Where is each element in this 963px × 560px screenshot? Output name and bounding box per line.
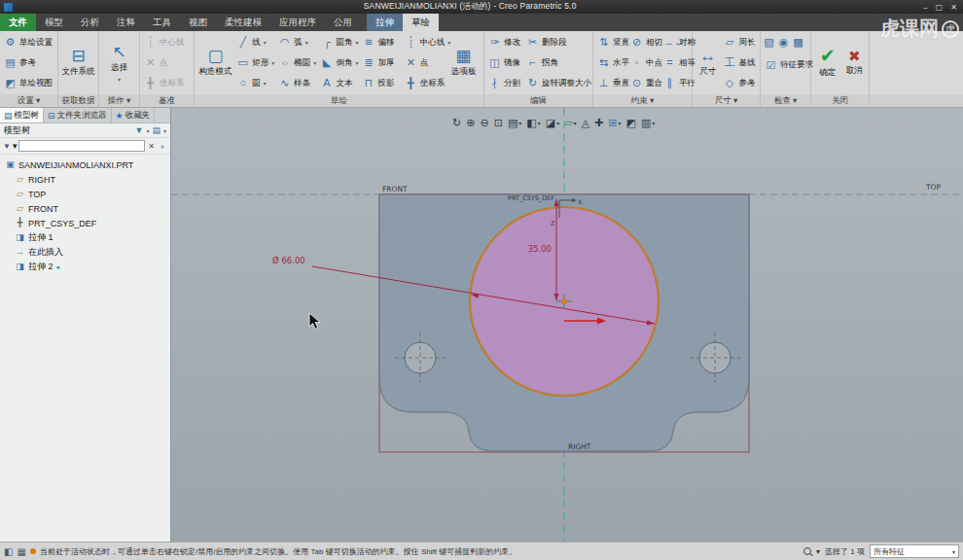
- tab-model-tree[interactable]: ▤模型树: [0, 108, 44, 122]
- add-filter-icon[interactable]: ＋: [158, 141, 167, 152]
- tab-favorites[interactable]: ★收藏夹: [112, 108, 156, 122]
- tab-extrude[interactable]: 拉伸: [367, 14, 403, 31]
- datum-display-icon[interactable]: ▱▾: [562, 115, 578, 130]
- group-label-operations[interactable]: 操作 ▾: [99, 94, 140, 107]
- sketch-view-button[interactable]: ◩草绘视图: [2, 73, 55, 93]
- group-label-constrain[interactable]: 约束 ▾: [593, 94, 693, 107]
- arc-button[interactable]: ◠弧▾: [276, 32, 318, 52]
- references-button[interactable]: ▤参考: [2, 52, 55, 73]
- baseline-button[interactable]: 工基线: [722, 52, 758, 73]
- rotate-resize-button[interactable]: ↻旋转调整大小: [524, 73, 590, 93]
- tree-filter-arrow[interactable]: ▾: [146, 127, 149, 134]
- tree-item-part[interactable]: ▣SANWEIJIANMOLIANXI.PRT: [0, 158, 170, 172]
- tab-applications[interactable]: 应用程序: [270, 14, 325, 31]
- point-button[interactable]: ✕点: [403, 52, 446, 73]
- circle-dropdown-arrow[interactable]: ▾: [264, 80, 267, 87]
- project-button[interactable]: ⊓投影: [361, 73, 403, 93]
- tangent-constraint-button[interactable]: ⊘相切: [628, 32, 661, 52]
- construction-mode-button[interactable]: ▢构造模式: [196, 32, 234, 93]
- tree-filter-icon[interactable]: ▼: [135, 125, 144, 135]
- midpoint-constraint-button[interactable]: ◦中点: [628, 52, 661, 73]
- palette-button[interactable]: ▦选项板: [446, 32, 482, 93]
- fillet-button[interactable]: ╭圆角▾: [318, 32, 360, 52]
- display-style-icon[interactable]: ◧▾: [524, 115, 542, 130]
- tree-columns-arrow[interactable]: ▾: [163, 127, 166, 134]
- sketch-orientation-icon[interactable]: ◩: [624, 115, 638, 130]
- dimension-button[interactable]: ↔尺寸: [695, 32, 722, 93]
- tab-tools[interactable]: 工具: [144, 14, 180, 31]
- tab-folder-browser[interactable]: ⊟文件夹浏览器: [44, 108, 112, 122]
- search-arrow[interactable]: ▾: [816, 547, 820, 556]
- delete-segment-button[interactable]: ✂删除段: [524, 32, 590, 52]
- selection-filter-dropdown[interactable]: 所有特征 ▾: [870, 544, 959, 558]
- perimeter-button[interactable]: ▱周长: [722, 32, 758, 52]
- annotation-display-icon[interactable]: ◬: [580, 115, 591, 130]
- offset-button[interactable]: ≋偏移: [361, 32, 403, 52]
- equal-constraint-button[interactable]: =相等: [661, 52, 695, 73]
- ellipse-button[interactable]: ○椭圆▾: [276, 52, 318, 73]
- minimize-button[interactable]: –: [923, 3, 927, 12]
- front-datum-label[interactable]: FRONT: [382, 185, 408, 193]
- tree-item-extrude-1[interactable]: ◨拉伸 1: [0, 230, 170, 245]
- clear-search-icon[interactable]: ✕: [147, 142, 156, 151]
- view-manager-icon[interactable]: ▥▾: [639, 115, 657, 130]
- fillet-dropdown-arrow[interactable]: ▾: [355, 39, 358, 46]
- ok-button[interactable]: ✔确定: [813, 32, 841, 93]
- line-dropdown-arrow[interactable]: ▾: [264, 39, 267, 46]
- tab-flexible-modeling[interactable]: 柔性建模: [216, 14, 270, 31]
- group-label-inspect[interactable]: 检查 ▾: [761, 94, 811, 107]
- tree-columns-icon[interactable]: ▤: [152, 125, 160, 135]
- tree-item-right-plane[interactable]: ▱RIGHT: [0, 172, 170, 187]
- modify-button[interactable]: ✑修改: [486, 32, 524, 52]
- thicken-button[interactable]: ≣加厚: [361, 52, 403, 73]
- height-dim-text[interactable]: 35.00: [528, 244, 552, 254]
- section-view-icon[interactable]: ◪▾: [544, 115, 561, 130]
- chamfer-button[interactable]: ◣倒角▾: [318, 52, 360, 73]
- zoom-out-icon[interactable]: ⊖: [478, 115, 490, 130]
- funnel-icon[interactable]: ▼: [3, 142, 11, 151]
- refit-icon[interactable]: ⊡: [492, 115, 505, 130]
- reference-dim-button[interactable]: ◇参考: [722, 73, 758, 93]
- spin-center-icon[interactable]: ✚: [592, 115, 605, 130]
- sketch-display-icon[interactable]: ⊞▾: [606, 115, 623, 130]
- tree-item-top-plane[interactable]: ▱TOP: [0, 187, 170, 201]
- rectangle-dropdown-arrow[interactable]: ▾: [271, 59, 274, 66]
- datum-point-button[interactable]: ✕点: [142, 52, 192, 73]
- file-system-button[interactable]: ⊟文件系统: [60, 32, 96, 93]
- csys-label[interactable]: PRT_CSYS_DEF: [508, 194, 554, 202]
- sketch-setup-button[interactable]: ⚙草绘设置: [2, 32, 55, 52]
- tree-item-insert-here[interactable]: →在此插入: [0, 245, 170, 260]
- vertical-constraint-button[interactable]: ⇅竖直: [595, 32, 628, 52]
- text-button[interactable]: A文本: [318, 73, 360, 93]
- search-magnifier-icon[interactable]: [803, 547, 811, 555]
- coordinate-system-button[interactable]: ╋坐标系: [403, 73, 446, 93]
- close-button[interactable]: ✕: [950, 3, 957, 12]
- sketcher-diagnostics-icon[interactable]: ◧: [4, 546, 13, 557]
- tab-sketch[interactable]: 草绘: [403, 14, 439, 31]
- corner-button[interactable]: ⌐拐角: [524, 52, 590, 73]
- funnel-arrow[interactable]: ▾: [13, 141, 18, 151]
- symmetric-constraint-button[interactable]: →←对称: [661, 32, 695, 52]
- horizontal-constraint-button[interactable]: ⇆水平: [595, 52, 628, 73]
- ellipse-dropdown-arrow[interactable]: ▾: [313, 59, 316, 66]
- tab-common[interactable]: 公用: [325, 14, 361, 31]
- group-label-dimension[interactable]: 尺寸 ▾: [693, 94, 761, 107]
- cancel-button[interactable]: ✖取消: [841, 32, 867, 93]
- shade-closed-loops-icon[interactable]: ▩: [792, 37, 804, 48]
- tree-search-input[interactable]: [18, 140, 145, 152]
- saved-orientations-icon[interactable]: ▤▾: [506, 115, 523, 130]
- repaint-icon[interactable]: ↻: [450, 115, 463, 130]
- diameter-dim-text[interactable]: Ø 66.00: [272, 256, 305, 265]
- chamfer-dropdown-arrow[interactable]: ▾: [355, 59, 358, 66]
- spline-button[interactable]: ∿样条: [276, 73, 318, 93]
- rectangle-button[interactable]: ▭矩形▾: [234, 52, 276, 73]
- tab-analysis[interactable]: 分析: [72, 14, 108, 31]
- tree-item-front-plane[interactable]: ▱FRONT: [0, 201, 170, 216]
- right-datum-label[interactable]: RIGHT: [568, 442, 591, 451]
- tab-annotate[interactable]: 注释: [108, 14, 144, 31]
- tab-model[interactable]: 模型: [36, 14, 72, 31]
- center-point[interactable]: [562, 299, 567, 304]
- line-button[interactable]: ╱线▾: [234, 32, 276, 52]
- tree-item-csys[interactable]: ╋PRT_CSYS_DEF: [0, 216, 170, 230]
- divide-button[interactable]: ∤分割: [486, 73, 524, 93]
